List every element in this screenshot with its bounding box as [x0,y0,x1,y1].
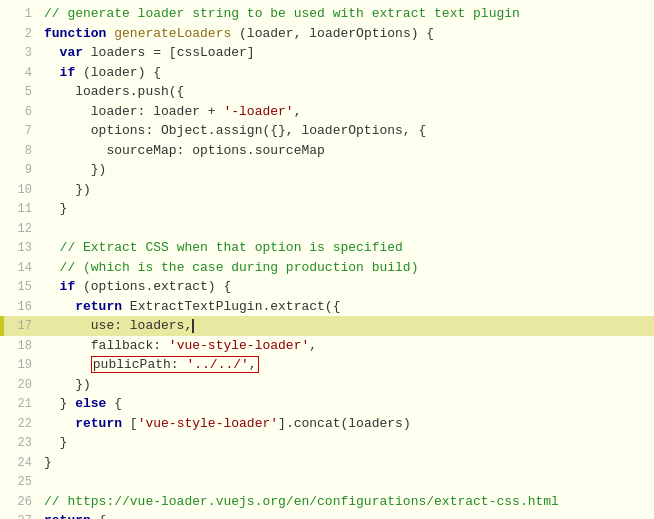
line-number-3: 3 [4,43,40,63]
line-7: 7 options: Object.assign({}, loaderOptio… [0,121,654,141]
line-content-13: // Extract CSS when that option is speci… [40,238,654,258]
line-content-23: } [40,433,654,453]
line-content-3: var loaders = [cssLoader] [40,43,654,63]
line-content-6: loader: loader + '-loader', [40,102,654,122]
line-content-27: return { [40,511,654,519]
line-content-12 [40,219,654,239]
line-number-14: 14 [4,258,40,278]
line-content-9: }) [40,160,654,180]
line-content-19: publicPath: '../../', [40,355,654,375]
line-content-22: return ['vue-style-loader'].concat(loade… [40,414,654,434]
line-content-18: fallback: 'vue-style-loader', [40,336,654,356]
line-19: 19 publicPath: '../../', [0,355,654,375]
line-20: 20 }) [0,375,654,395]
line-content-24: } [40,453,654,473]
line-9: 9 }) [0,160,654,180]
line-content-7: options: Object.assign({}, loaderOptions… [40,121,654,141]
text-cursor [192,319,194,333]
line-content-2: function generateLoaders (loader, loader… [40,24,654,44]
line-10: 10 }) [0,180,654,200]
line-content-5: loaders.push({ [40,82,654,102]
line-number-18: 18 [4,336,40,356]
line-number-5: 5 [4,82,40,102]
line-number-23: 23 [4,433,40,453]
line-27: 27 return { [0,511,654,519]
line-content-4: if (loader) { [40,63,654,83]
line-11: 11 } [0,199,654,219]
line-content-1: // generate loader string to be used wit… [40,4,654,24]
line-content-21: } else { [40,394,654,414]
line-content-11: } [40,199,654,219]
line-number-13: 13 [4,238,40,258]
line-number-21: 21 [4,394,40,414]
line-content-17: use: loaders, [40,316,654,336]
line-24: 24 } [0,453,654,473]
line-number-9: 9 [4,160,40,180]
line-number-6: 6 [4,102,40,122]
line-number-4: 4 [4,63,40,83]
line-content-26: // https://vue-loader.vuejs.org/en/confi… [40,492,654,512]
line-2: 2 function generateLoaders (loader, load… [0,24,654,44]
line-26: 26 // https://vue-loader.vuejs.org/en/co… [0,492,654,512]
line-number-15: 15 [4,277,40,297]
line-number-17: 17 [4,316,40,336]
line-17: 17 use: loaders, [0,316,654,336]
line-content-8: sourceMap: options.sourceMap [40,141,654,161]
line-25: 25 [0,472,654,492]
line-8: 8 sourceMap: options.sourceMap [0,141,654,161]
line-14: 14 // (which is the case during producti… [0,258,654,278]
line-number-11: 11 [4,199,40,219]
line-18: 18 fallback: 'vue-style-loader', [0,336,654,356]
line-number-7: 7 [4,121,40,141]
line-4: 4 if (loader) { [0,63,654,83]
line-number-8: 8 [4,141,40,161]
line-number-2: 2 [4,24,40,44]
line-number-24: 24 [4,453,40,473]
line-22: 22 return ['vue-style-loader'].concat(lo… [0,414,654,434]
line-3: 3 var loaders = [cssLoader] [0,43,654,63]
line-5: 5 loaders.push({ [0,82,654,102]
line-content-15: if (options.extract) { [40,277,654,297]
line-12: 12 [0,219,654,239]
line-number-26: 26 [4,492,40,512]
line-number-25: 25 [4,472,40,492]
code-editor: 1 // generate loader string to be used w… [0,0,654,519]
line-number-16: 16 [4,297,40,317]
line-21: 21 } else { [0,394,654,414]
line-number-20: 20 [4,375,40,395]
line-number-22: 22 [4,414,40,434]
line-number-19: 19 [4,355,40,375]
line-number-1: 1 [4,4,40,24]
line-content-14: // (which is the case during production … [40,258,654,278]
line-content-10: }) [40,180,654,200]
line-16: 16 return ExtractTextPlugin.extract({ [0,297,654,317]
line-1: 1 // generate loader string to be used w… [0,4,654,24]
line-15: 15 if (options.extract) { [0,277,654,297]
line-number-27: 27 [4,511,40,519]
line-content-16: return ExtractTextPlugin.extract({ [40,297,654,317]
line-13: 13 // Extract CSS when that option is sp… [0,238,654,258]
line-6: 6 loader: loader + '-loader', [0,102,654,122]
line-content-25 [40,472,654,492]
red-highlight-box: publicPath: '../../', [91,356,259,373]
line-23: 23 } [0,433,654,453]
line-number-10: 10 [4,180,40,200]
line-content-20: }) [40,375,654,395]
line-number-12: 12 [4,219,40,239]
